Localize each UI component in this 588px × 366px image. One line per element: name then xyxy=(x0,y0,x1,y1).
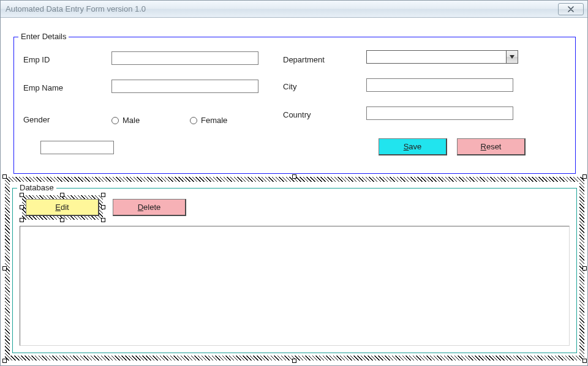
selection-handle[interactable] xyxy=(2,266,7,271)
radio-male-label: Male xyxy=(123,116,140,125)
label-city: City xyxy=(283,82,299,91)
database-group-selection: Database Edit xyxy=(5,177,584,360)
group-database-legend: Database xyxy=(17,183,56,192)
selection-handle[interactable] xyxy=(101,218,105,222)
country-input[interactable] xyxy=(366,106,513,120)
group-database: Database Edit xyxy=(12,184,577,353)
department-combo-text xyxy=(367,51,506,63)
save-button[interactable]: Save xyxy=(379,138,447,155)
database-group-inner: Database Edit xyxy=(10,182,579,356)
label-emp-name: Emp Name xyxy=(23,83,66,92)
selection-handle[interactable] xyxy=(20,193,24,197)
selection-handle[interactable] xyxy=(101,193,105,197)
group-enter-details-legend: Enter Details xyxy=(18,32,69,41)
close-icon xyxy=(567,6,575,12)
window-title: Automated Data Entry Form version 1.0 xyxy=(6,4,146,13)
chevron-down-icon xyxy=(510,55,514,59)
edit-button[interactable]: Edit xyxy=(26,199,99,216)
selection-handle[interactable] xyxy=(582,266,587,271)
delete-button[interactable]: Delete xyxy=(113,199,186,216)
edit-button-selection: Edit xyxy=(22,195,103,220)
edit-button-label: Edit xyxy=(55,203,69,212)
reset-button-label: Reset xyxy=(481,142,502,151)
city-input[interactable] xyxy=(366,78,513,92)
emp-id-input[interactable] xyxy=(111,51,258,65)
form-design-surface: Enter Details Emp ID Emp Name Gender Mal… xyxy=(1,18,587,365)
radio-female[interactable]: Female xyxy=(190,115,230,125)
database-listbox[interactable] xyxy=(20,226,570,346)
save-button-label: Save xyxy=(404,142,422,151)
combo-dropdown-button[interactable] xyxy=(506,51,518,63)
selection-handle[interactable] xyxy=(582,359,587,363)
label-country: Country xyxy=(283,110,314,119)
radio-female-label: Female xyxy=(201,116,227,125)
selection-handle[interactable] xyxy=(60,218,64,222)
label-emp-id: Emp ID xyxy=(23,55,52,64)
emp-name-input[interactable] xyxy=(111,80,258,93)
edit-button-surface: Edit xyxy=(26,199,99,216)
radio-dot-icon xyxy=(190,117,197,124)
extra-input[interactable] xyxy=(40,141,114,154)
selection-handle[interactable] xyxy=(60,193,64,197)
title-bar: Automated Data Entry Form version 1.0 xyxy=(1,1,587,18)
group-enter-details: Enter Details Emp ID Emp Name Gender Mal… xyxy=(13,33,576,174)
selection-handle[interactable] xyxy=(20,205,24,209)
window-frame: Automated Data Entry Form version 1.0 En… xyxy=(0,0,588,366)
selection-handle[interactable] xyxy=(292,359,296,363)
selection-handle[interactable] xyxy=(2,359,7,363)
radio-male[interactable]: Male xyxy=(111,115,142,125)
close-button[interactable] xyxy=(558,3,584,15)
selection-handle[interactable] xyxy=(292,174,296,179)
selection-handle[interactable] xyxy=(101,205,105,209)
department-combo[interactable] xyxy=(366,50,518,64)
reset-button[interactable]: Reset xyxy=(457,138,526,155)
selection-handle[interactable] xyxy=(2,174,7,179)
delete-button-label: Delete xyxy=(138,203,161,212)
label-department: Department xyxy=(283,55,327,64)
selection-handle[interactable] xyxy=(582,174,587,179)
radio-dot-icon xyxy=(111,117,119,124)
label-gender: Gender xyxy=(23,115,52,124)
selection-handle[interactable] xyxy=(20,218,24,222)
